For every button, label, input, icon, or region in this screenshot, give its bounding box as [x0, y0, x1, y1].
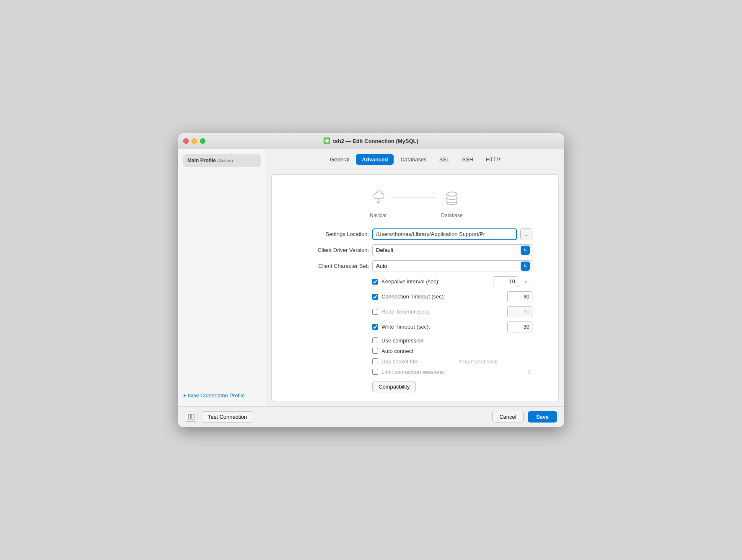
diagram-database: Database [440, 187, 464, 218]
svg-point-0 [447, 192, 457, 196]
profile-name: Main Profile [187, 158, 216, 163]
red-arrow-icon: ← [523, 277, 532, 286]
minimize-button[interactable] [192, 138, 197, 144]
read-timeout-value [507, 306, 532, 317]
connection-diagram: Navicat Database [280, 187, 550, 218]
navicat-label: Navicat [370, 213, 387, 218]
profile-item[interactable]: Main Profile (Active) [183, 154, 261, 167]
keepalive-label: Keepalive interval (sec): [381, 278, 490, 285]
diagram-navicat: Navicat [366, 187, 390, 218]
socket-placeholder: /tmp/mysql.sock [459, 358, 532, 365]
maximize-button[interactable] [200, 138, 205, 144]
use-compression-row: Use compression [298, 337, 532, 344]
auto-connect-row: Auto connect [298, 348, 532, 354]
titlebar-controls [183, 138, 205, 144]
test-connection-button[interactable]: Test Connection [202, 411, 253, 423]
write-timeout-value [507, 321, 532, 332]
client-charset-row: Client Character Set: Auto UTF-8 latin1 … [298, 260, 532, 272]
read-timeout-checkbox[interactable] [372, 309, 378, 315]
window-title: tsh2 — Edit Connection (MySQL) [324, 137, 418, 144]
navicat-icon [366, 187, 390, 210]
tab-http[interactable]: HTTP [480, 154, 506, 165]
use-compression-label: Use compression [381, 337, 532, 344]
read-timeout-label: Read Timeout (sec): [381, 309, 504, 315]
profile-status: (Active) [217, 158, 233, 163]
conn-timeout-checkbox[interactable] [372, 294, 378, 300]
client-charset-label: Client Character Set: [298, 263, 369, 269]
main-content: General Advanced Databases SSL SSH HTTP [266, 149, 564, 406]
keepalive-checkbox[interactable] [372, 279, 378, 285]
database-label: Database [441, 213, 462, 218]
sidebar-spacer [183, 167, 261, 390]
content-area: Navicat Database [271, 174, 559, 401]
limit-sessions-checkbox[interactable] [372, 369, 378, 375]
diagram-line [394, 197, 436, 197]
cancel-button[interactable]: Cancel [492, 411, 523, 423]
tab-advanced[interactable]: Advanced [356, 154, 394, 165]
limit-sessions-label: Limit connection sessions: [381, 369, 508, 375]
database-icon [440, 187, 464, 210]
write-timeout-label: Write Timeout (sec): [381, 324, 504, 330]
client-driver-select-wrapper: Default 5.7 8.0 ⇅ [372, 244, 532, 256]
use-socket-label: Use socket file: [381, 358, 455, 365]
settings-location-label: Settings Location: [298, 231, 369, 237]
limit-sessions-value: 0 [511, 369, 532, 375]
settings-location-input[interactable] [372, 228, 517, 240]
client-driver-select[interactable]: Default 5.7 8.0 [372, 244, 532, 256]
app-icon [324, 137, 330, 144]
client-driver-row: Client Driver Version: Default 5.7 8.0 ⇅ [298, 244, 532, 256]
read-timeout-input [507, 306, 532, 317]
compatibility-button[interactable]: Compatibility [372, 381, 416, 392]
window-body: Main Profile (Active) + New Connection P… [178, 149, 564, 406]
tab-bar: General Advanced Databases SSL SSH HTTP [271, 154, 559, 169]
settings-location-row: Settings Location: ... [298, 228, 532, 240]
compatibility-btn-row: Compatibility [298, 379, 532, 392]
client-driver-label: Client Driver Version: [298, 247, 369, 253]
use-socket-checkbox[interactable] [372, 358, 378, 364]
svg-rect-2 [191, 414, 194, 419]
new-profile-link[interactable]: + New Connection Profile [183, 390, 261, 401]
use-socket-row: Use socket file: /tmp/mysql.sock [298, 358, 532, 365]
auto-connect-checkbox[interactable] [372, 348, 378, 354]
auto-connect-label: Auto connect [381, 348, 532, 354]
form-section: Settings Location: ... Client Driver Ver… [298, 228, 532, 392]
conn-timeout-value [507, 291, 532, 302]
save-button[interactable]: Save [528, 411, 557, 423]
tab-ssl[interactable]: SSL [433, 154, 456, 165]
keepalive-input[interactable] [493, 276, 518, 287]
titlebar: tsh2 — Edit Connection (MySQL) [178, 133, 564, 149]
conn-timeout-input[interactable] [507, 291, 532, 302]
write-timeout-row: Write Timeout (sec): [298, 321, 532, 332]
layout-button[interactable] [185, 412, 197, 422]
keepalive-value [493, 276, 518, 287]
conn-timeout-label: Connection Timeout (sec): [381, 293, 504, 300]
title-text: tsh2 — Edit Connection (MySQL) [333, 138, 418, 144]
limit-sessions-row: Limit connection sessions: 0 [298, 369, 532, 375]
window-footer: Test Connection Cancel Save [178, 406, 564, 427]
client-charset-select[interactable]: Auto UTF-8 latin1 [372, 260, 532, 272]
sidebar: Main Profile (Active) + New Connection P… [178, 149, 266, 406]
keepalive-row: Keepalive interval (sec): ← [298, 276, 532, 287]
write-timeout-checkbox[interactable] [372, 324, 378, 330]
tab-general[interactable]: General [324, 154, 355, 165]
use-compression-checkbox[interactable] [372, 337, 378, 343]
tab-databases[interactable]: Databases [394, 154, 432, 165]
main-window: tsh2 — Edit Connection (MySQL) Main Prof… [178, 133, 564, 427]
close-button[interactable] [183, 138, 189, 144]
svg-rect-1 [188, 414, 190, 419]
browse-button[interactable]: ... [520, 228, 532, 240]
client-charset-select-wrapper: Auto UTF-8 latin1 ⇅ [372, 260, 532, 272]
read-timeout-row: Read Timeout (sec): [298, 306, 532, 317]
tab-ssh[interactable]: SSH [456, 154, 479, 165]
write-timeout-input[interactable] [507, 321, 532, 332]
conn-timeout-row: Connection Timeout (sec): [298, 291, 532, 302]
